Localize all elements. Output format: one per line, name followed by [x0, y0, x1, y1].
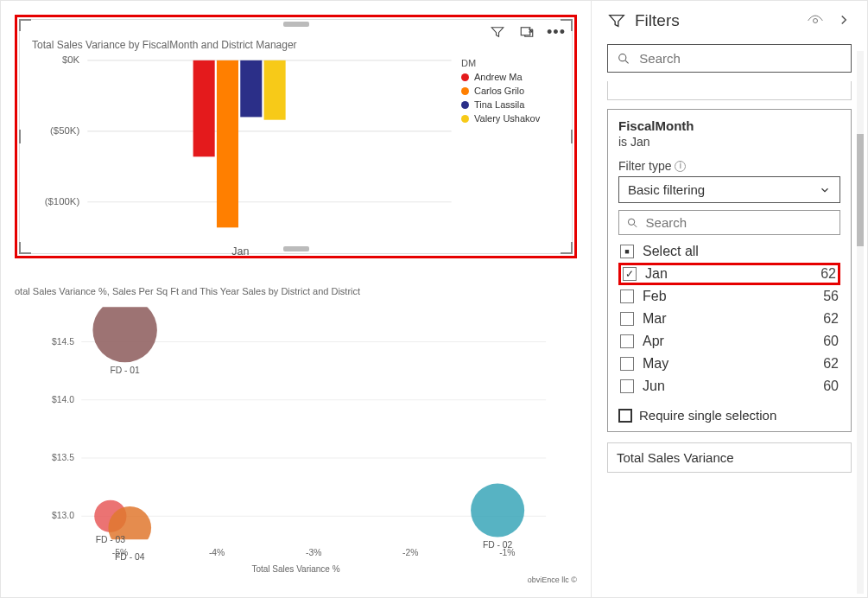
- more-options-icon[interactable]: •••: [546, 22, 567, 42]
- bar-chart-plot: $0K($50K)($100K)Jan: [29, 54, 461, 261]
- filter-item[interactable]: Jun60: [618, 375, 840, 398]
- scatter-xlabel: Total Sales Variance %: [15, 564, 577, 574]
- svg-rect-7: [193, 60, 215, 156]
- svg-point-27: [471, 484, 524, 538]
- filter-item[interactable]: Mar62: [618, 308, 840, 330]
- checkbox-icon[interactable]: [620, 334, 634, 348]
- filter-item-count: 60: [823, 379, 839, 394]
- filter-item[interactable]: May62: [618, 353, 840, 375]
- legend-label: Tina Lassila: [474, 99, 524, 110]
- scatter-chart-plot: $13.0$13.5$14.0$14.5-5%-4%-3%-2%-1%FD - …: [15, 302, 577, 561]
- resize-handle[interactable]: [561, 242, 573, 254]
- filter-item-count: 56: [823, 289, 839, 304]
- bar-chart-visual[interactable]: ••• Total Sales Variance by FiscalMonth …: [15, 15, 577, 258]
- svg-text:Jan: Jan: [231, 245, 249, 258]
- legend-label: Andrew Ma: [474, 72, 523, 82]
- filter-item-label: Apr: [643, 334, 664, 349]
- legend-swatch: [461, 87, 469, 95]
- filter-item-label: Mar: [643, 311, 667, 327]
- svg-text:$13.5: $13.5: [52, 453, 74, 462]
- svg-point-35: [619, 54, 626, 60]
- svg-text:($50K): ($50K): [50, 125, 79, 136]
- search-icon: [617, 51, 630, 67]
- svg-text:FD - 01: FD - 01: [110, 366, 140, 375]
- filter-card-search-input[interactable]: [644, 214, 833, 231]
- legend-item[interactable]: Carlos Grilo: [461, 86, 563, 96]
- svg-point-34: [814, 19, 818, 23]
- chart-title: Total Sales Variance by FiscalMonth and …: [32, 39, 563, 51]
- filter-item-count: 62: [820, 266, 836, 282]
- filter-item-label: May: [643, 356, 668, 372]
- svg-text:-3%: -3%: [306, 548, 321, 557]
- legend-item[interactable]: Tina Lassila: [461, 99, 563, 110]
- scrollbar-thumb[interactable]: [857, 134, 864, 246]
- filter-item[interactable]: Apr60: [618, 330, 840, 353]
- resize-handle[interactable]: [571, 130, 573, 143]
- filter-item-label: Jan: [645, 266, 668, 282]
- chevron-down-icon: [819, 184, 831, 196]
- checkbox-icon[interactable]: [620, 357, 634, 371]
- legend-item[interactable]: Valery Ushakov: [461, 113, 563, 124]
- select-all-label: Select all: [643, 244, 699, 259]
- resize-handle[interactable]: [19, 130, 21, 143]
- scrollbar-track[interactable]: [857, 51, 864, 594]
- checkbox-icon[interactable]: [623, 267, 637, 281]
- svg-rect-9: [240, 60, 262, 118]
- filter-card-total-sales-variance[interactable]: Total Sales Variance: [607, 442, 852, 473]
- svg-text:$14.5: $14.5: [52, 337, 74, 347]
- filter-card-search[interactable]: [618, 210, 840, 235]
- filter-card-title: FiscalMonth: [618, 118, 840, 133]
- filter-item-count: 60: [823, 334, 839, 349]
- resize-handle[interactable]: [19, 19, 31, 31]
- legend-swatch: [461, 115, 469, 123]
- svg-text:-2%: -2%: [402, 548, 418, 557]
- filter-item[interactable]: Jan62: [618, 263, 840, 285]
- svg-text:$0K: $0K: [62, 54, 80, 65]
- svg-text:FD - 03: FD - 03: [96, 535, 126, 544]
- legend-title: DM: [461, 58, 563, 68]
- filter-card-collapsed[interactable]: [607, 81, 852, 100]
- filter-item-label: Feb: [643, 289, 667, 304]
- svg-point-26: [92, 302, 156, 362]
- info-icon[interactable]: i: [675, 161, 686, 172]
- filter-item[interactable]: Feb56: [618, 285, 840, 308]
- collapse-pane-icon[interactable]: [836, 12, 852, 29]
- filter-type-label: Filter type: [618, 159, 671, 173]
- checkbox-icon[interactable]: [618, 409, 632, 423]
- svg-rect-8: [217, 60, 238, 227]
- visibility-icon[interactable]: [807, 12, 824, 29]
- svg-text:-4%: -4%: [209, 548, 225, 557]
- legend-label: Valery Ushakov: [474, 113, 540, 124]
- require-single-selection[interactable]: Require single selection: [618, 408, 840, 423]
- checkbox-icon[interactable]: [620, 289, 634, 303]
- focus-mode-icon[interactable]: [516, 22, 537, 42]
- scatter-chart-visual[interactable]: otal Sales Variance %, Sales Per Sq Ft a…: [15, 286, 577, 584]
- filter-card-summary: is Jan: [618, 135, 840, 149]
- svg-point-36: [628, 219, 634, 225]
- svg-text:($100K): ($100K): [45, 196, 80, 207]
- filter-card-fiscalmonth: FiscalMonth is Jan Filter type i Basic f…: [607, 109, 852, 432]
- scatter-title: otal Sales Variance %, Sales Per Sq Ft a…: [15, 286, 577, 296]
- filter-item-select-all[interactable]: Select all: [618, 240, 840, 263]
- require-label: Require single selection: [639, 408, 776, 423]
- filter-item-label: Jun: [643, 379, 665, 394]
- filters-search-input[interactable]: [637, 50, 842, 67]
- legend-swatch: [461, 73, 469, 81]
- legend-label: Carlos Grilo: [474, 86, 524, 96]
- checkbox-icon[interactable]: [620, 379, 634, 393]
- filter-type-select[interactable]: Basic filtering: [618, 176, 840, 203]
- filters-search[interactable]: [607, 44, 852, 73]
- svg-text:FD - 04: FD - 04: [115, 552, 145, 561]
- filter-icon[interactable]: [487, 22, 508, 42]
- svg-text:$13.0: $13.0: [52, 511, 74, 520]
- legend-item[interactable]: Andrew Ma: [461, 72, 563, 82]
- svg-text:FD - 02: FD - 02: [483, 540, 513, 550]
- filter-item-count: 62: [823, 311, 839, 327]
- filters-pane-title: Filters: [635, 11, 680, 30]
- checkbox-mixed-icon[interactable]: [620, 245, 634, 258]
- checkbox-icon[interactable]: [620, 312, 634, 326]
- filter-card-title: Total Sales Variance: [617, 450, 734, 465]
- resize-handle[interactable]: [283, 22, 309, 27]
- svg-text:$14.0: $14.0: [52, 395, 74, 404]
- svg-rect-0: [521, 28, 530, 35]
